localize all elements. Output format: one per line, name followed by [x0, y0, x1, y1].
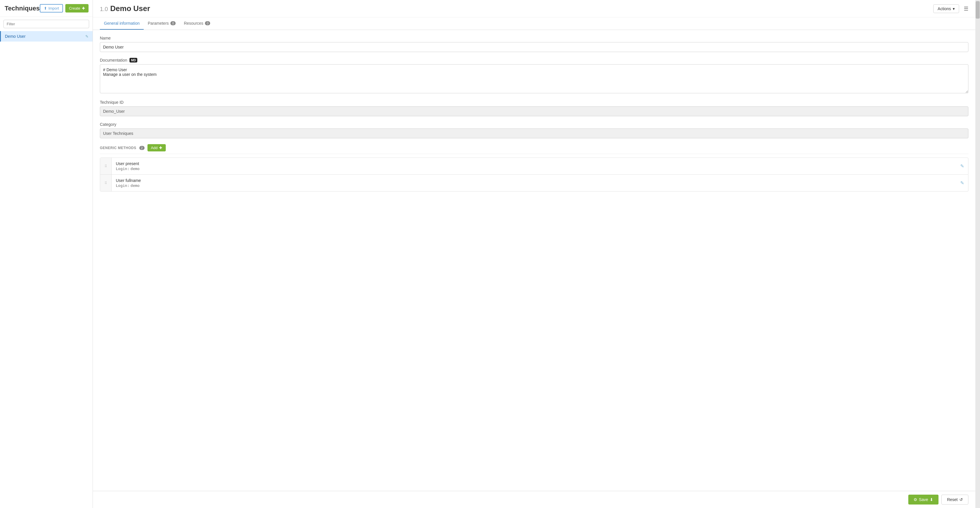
- actions-label: Actions: [938, 6, 951, 11]
- drag-handle-1[interactable]: ⠿: [100, 158, 112, 174]
- technique-id-label: Technique ID: [100, 100, 968, 105]
- table-row: ⠿ User fullname Login: demo ✎: [100, 175, 968, 192]
- main-title-area: 1.0 Demo User: [100, 4, 150, 13]
- save-button[interactable]: ⚙ Save ⬇: [908, 495, 939, 505]
- method-edit-button-1[interactable]: ✎: [956, 163, 968, 169]
- method-sub-1: Login: demo: [116, 166, 952, 171]
- page-title: Demo User: [110, 4, 150, 13]
- form-content: Name Documentation MD # Demo User Manage…: [93, 30, 975, 491]
- scrollbar-thumb[interactable]: [976, 1, 980, 19]
- save-label: Save: [919, 497, 928, 502]
- import-button[interactable]: ⬆ Import: [40, 4, 63, 13]
- tab-bar: General information Parameters 0 Resourc…: [93, 18, 975, 30]
- method-body-1: User present Login: demo: [112, 158, 956, 174]
- import-label: Import: [48, 6, 59, 10]
- name-label: Name: [100, 36, 968, 40]
- sidebar-list: Demo User ✎: [0, 31, 92, 508]
- add-icon: ✚: [159, 145, 162, 150]
- method-login-2: demo: [130, 184, 140, 188]
- footer: ⚙ Save ⬇ Reset ↺: [93, 491, 975, 508]
- sidebar-item-demo-user[interactable]: Demo User ✎: [0, 31, 92, 42]
- actions-button[interactable]: Actions ▾: [933, 4, 959, 13]
- add-method-button[interactable]: Add ✚: [148, 144, 166, 152]
- tab-parameters-label: Parameters: [148, 21, 169, 26]
- sidebar-item-label: Demo User: [5, 34, 25, 39]
- main-header: 1.0 Demo User Actions ▾ ☰: [93, 0, 975, 18]
- markdown-badge: MD: [129, 58, 137, 62]
- documentation-label: Documentation MD: [100, 58, 968, 62]
- name-group: Name: [100, 36, 968, 52]
- create-button[interactable]: Create ✚: [65, 4, 88, 13]
- documentation-group: Documentation MD # Demo User Manage a us…: [100, 58, 968, 94]
- save-gear-icon: ⚙: [913, 497, 917, 502]
- method-body-2: User fullname Login: demo: [112, 175, 956, 191]
- reset-refresh-icon: ↺: [959, 497, 963, 502]
- sidebar-action-buttons: ⬆ Import Create ✚: [40, 4, 89, 13]
- tab-parameters-badge: 0: [170, 21, 176, 25]
- add-method-label: Add: [151, 145, 158, 150]
- reset-label: Reset: [947, 497, 958, 502]
- drag-icon-2: ⠿: [105, 181, 107, 185]
- category-group: Category: [100, 122, 968, 138]
- actions-chevron-icon: ▾: [953, 6, 955, 11]
- save-download-icon: ⬇: [930, 497, 933, 502]
- tab-general-information[interactable]: General information: [100, 18, 144, 30]
- tab-parameters[interactable]: Parameters 0: [144, 18, 180, 30]
- reset-button[interactable]: Reset ↺: [942, 495, 968, 505]
- tab-resources[interactable]: Resources 0: [180, 18, 214, 30]
- table-row: ⠿ User present Login: demo ✎: [100, 158, 968, 175]
- category-input: [100, 128, 968, 138]
- filter-input[interactable]: [3, 20, 89, 28]
- scrollbar[interactable]: [975, 0, 980, 508]
- sidebar-title: Techniques: [5, 5, 40, 12]
- drag-icon-1: ⠿: [105, 164, 107, 168]
- main-content: 1.0 Demo User Actions ▾ ☰ General inform…: [93, 0, 975, 508]
- tab-resources-label: Resources: [184, 21, 203, 26]
- create-label: Create: [69, 6, 80, 10]
- hamburger-icon[interactable]: ☰: [964, 5, 968, 12]
- sidebar: Techniques ⬆ Import Create ✚ Demo User ✎: [0, 0, 93, 508]
- category-label: Category: [100, 122, 968, 127]
- technique-id-input: [100, 106, 968, 116]
- create-icon: ✚: [82, 6, 85, 10]
- generic-methods-title: GENERIC METHODS: [100, 146, 137, 150]
- method-name-1: User present: [116, 161, 952, 166]
- edit-icon: ✎: [85, 34, 89, 39]
- method-list: ⠿ User present Login: demo ✎ ⠿: [100, 158, 968, 192]
- drag-handle-2[interactable]: ⠿: [100, 175, 112, 191]
- tab-resources-badge: 0: [205, 21, 210, 25]
- header-right: Actions ▾ ☰: [933, 4, 968, 13]
- import-icon: ⬆: [44, 6, 47, 10]
- method-edit-button-2[interactable]: ✎: [956, 180, 968, 186]
- generic-methods-section: GENERIC METHODS 2 Add ✚ ⠿ User present: [100, 144, 968, 192]
- generic-methods-badge: 2: [139, 146, 145, 150]
- documentation-textarea[interactable]: # Demo User Manage a user on the system: [100, 64, 968, 93]
- method-sub-2: Login: demo: [116, 184, 952, 188]
- technique-id-group: Technique ID: [100, 100, 968, 116]
- method-login-1: demo: [130, 166, 140, 171]
- name-input[interactable]: [100, 42, 968, 52]
- tab-general-label: General information: [104, 21, 140, 26]
- method-name-2: User fullname: [116, 178, 952, 183]
- generic-methods-header: GENERIC METHODS 2 Add ✚: [100, 144, 968, 154]
- version-badge: 1.0: [100, 6, 108, 13]
- sidebar-header: Techniques ⬆ Import Create ✚: [0, 0, 92, 17]
